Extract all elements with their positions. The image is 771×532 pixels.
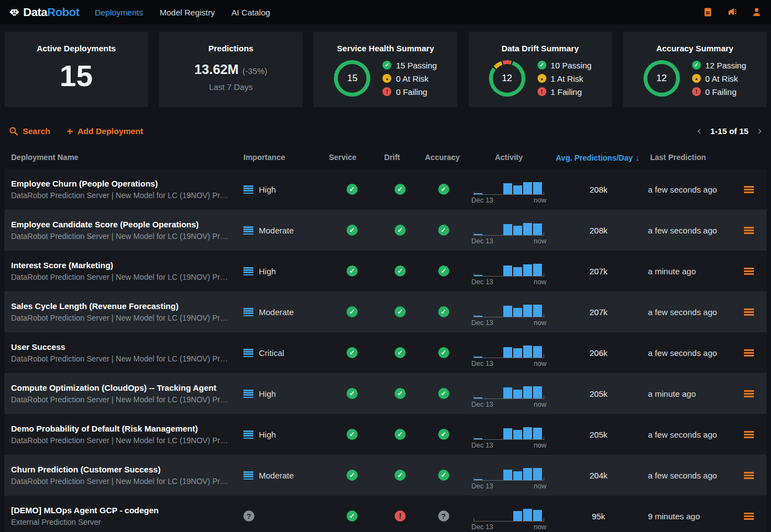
activity-bar [523, 468, 532, 480]
passing-status-icon: ✓ [395, 388, 406, 399]
deployment-name: Employee Churn (People Operations) [11, 179, 239, 188]
passing-status-icon: ✓ [395, 470, 406, 481]
last-prediction-cell: a few seconds ago [646, 430, 731, 439]
table-row[interactable]: User SuccessDataRobot Prediction Server … [4, 332, 767, 373]
deployment-name-cell: User SuccessDataRobot Prediction Server … [4, 342, 239, 363]
activity-bar [523, 264, 532, 276]
avg-predictions-cell: 207k [551, 267, 646, 276]
row-menu-button[interactable] [744, 227, 754, 234]
legend-label: 12 Passing [705, 61, 746, 70]
pagination-prev-icon[interactable]: ‹ [696, 125, 701, 137]
deployment-name: Demo Probability of Default (Risk Manage… [11, 424, 239, 433]
drift-status-cell: ✓ [380, 306, 421, 317]
table-row[interactable]: Sales Cycle Length (Revenue Forecasting)… [4, 291, 767, 332]
axis-end-label: now [534, 523, 546, 531]
predictions-period: Last 7 Days [159, 82, 302, 92]
activity-bar [474, 357, 482, 358]
deployment-subtitle: DataRobot Prediction Server | New Model … [11, 395, 239, 404]
add-deployment-button[interactable]: + Add Deployment [67, 126, 143, 136]
health-legend: ✓10 Passing▲1 At Risk!1 Failing [538, 61, 592, 97]
row-menu-button[interactable] [744, 268, 754, 275]
column-header-service[interactable]: Service [325, 153, 380, 162]
actions-cell [731, 472, 767, 479]
service-status-cell: ✓ [325, 388, 380, 399]
activity-bar [513, 511, 522, 521]
accuracy-status-cell: ✓ [421, 184, 466, 195]
activity-bar [474, 316, 482, 317]
passing-status-icon: ✓ [692, 61, 701, 70]
column-header-drift[interactable]: Drift [380, 153, 421, 162]
activity-bar [474, 479, 482, 480]
health-card-body: 12✓10 Passing▲1 At Risk!1 Failing [469, 60, 612, 97]
table-row[interactable]: Employee Candidate Score (People Operati… [4, 210, 767, 251]
drift-status-cell: ✓ [380, 470, 421, 481]
activity-axis: Dec 13now [471, 278, 546, 286]
deployment-name-cell: Sales Cycle Length (Revenue Forecasting)… [4, 301, 239, 322]
accuracy-status-cell: ? [421, 510, 466, 522]
at-risk-status-icon: ▲ [382, 74, 391, 83]
column-header-accuracy[interactable]: Accuracy [421, 153, 466, 162]
deployment-subtitle: DataRobot Prediction Server | New Model … [11, 354, 239, 363]
nav-item-deployments[interactable]: Deployments [95, 8, 143, 17]
activity-bar [533, 468, 542, 480]
axis-start-label: Dec 13 [471, 360, 493, 368]
passing-status-icon: ✓ [347, 306, 358, 317]
importance-label: Moderate [259, 307, 294, 317]
table-row[interactable]: [DEMO] MLOps Agent GCP - codegenExternal… [4, 496, 767, 532]
avg-predictions-cell: 205k [551, 389, 646, 398]
row-menu-button[interactable] [744, 431, 754, 438]
drift-status-cell: ✓ [380, 347, 421, 358]
activity-bar [474, 275, 482, 276]
axis-start-label: Dec 13 [471, 278, 493, 286]
search-button[interactable]: Search [9, 126, 50, 136]
legend-item: ▲1 At Risk [538, 74, 592, 83]
activity-cell: Dec 13now [466, 496, 551, 532]
table-row[interactable]: Churn Prediction (Customer Success)DataR… [4, 455, 767, 496]
table-row[interactable]: Interest Score (Marketing)DataRobot Pred… [4, 251, 767, 291]
pagination-range: 1-15 of 15 [710, 126, 748, 136]
nav-item-ai-catalog[interactable]: AI Catalog [231, 8, 270, 17]
pagination-next-icon[interactable]: › [757, 125, 762, 137]
service-status-cell: ✓ [325, 510, 380, 522]
column-header-deployment-name[interactable]: Deployment Name [4, 153, 239, 162]
docs-icon[interactable] [703, 7, 714, 18]
column-header-activity[interactable]: Activity [466, 153, 551, 162]
axis-start-label: Dec 13 [471, 401, 493, 408]
table-row[interactable]: Demo Probability of Default (Risk Manage… [4, 414, 767, 455]
row-menu-button[interactable] [744, 349, 754, 357]
column-header-importance[interactable]: Importance [239, 153, 325, 162]
service-status-cell: ✓ [325, 470, 380, 481]
nav-item-model-registry[interactable]: Model Registry [159, 8, 215, 17]
activity-bar [513, 430, 522, 439]
deployment-subtitle: DataRobot Prediction Server | New Model … [11, 273, 239, 281]
activity-bar [513, 471, 522, 480]
deployments-toolbar: Search + Add Deployment ‹ 1-15 of 15 › [4, 123, 767, 139]
axis-end-label: now [534, 401, 546, 408]
accuracy-status-cell: ✓ [421, 306, 466, 317]
last-prediction-cell: a few seconds ago [646, 348, 731, 358]
activity-bar [523, 182, 532, 194]
column-header-avg-predictions-day[interactable]: Avg. Predictions/Day↓ [551, 153, 646, 162]
row-menu-button[interactable] [744, 472, 754, 479]
service-status-cell: ✓ [325, 225, 380, 236]
importance-label: Moderate [259, 226, 294, 235]
activity-bar [523, 345, 532, 358]
last-prediction-cell: a few seconds ago [646, 471, 731, 480]
importance-bars-icon [243, 390, 253, 398]
row-menu-button[interactable] [744, 513, 754, 520]
table-row[interactable]: Compute Optimization (CloudOps) -- Track… [4, 373, 767, 414]
row-menu-button[interactable] [744, 308, 754, 316]
table-row[interactable]: Employee Churn (People Operations)DataRo… [4, 169, 767, 210]
activity-axis: Dec 13now [471, 360, 546, 368]
importance-cell: ? [239, 510, 325, 522]
brand-wordmark: DataRobot [23, 6, 79, 19]
datarobot-logo[interactable]: DataRobot [9, 6, 79, 19]
announcements-icon[interactable] [727, 7, 738, 18]
passing-status-icon: ✓ [347, 184, 358, 195]
column-header-last-prediction[interactable]: Last Prediction [646, 153, 731, 162]
user-profile-icon[interactable] [751, 7, 762, 18]
service-status-cell: ✓ [325, 306, 380, 317]
accuracy-status-cell: ✓ [421, 388, 466, 399]
row-menu-button[interactable] [744, 390, 754, 397]
row-menu-button[interactable] [744, 186, 754, 193]
